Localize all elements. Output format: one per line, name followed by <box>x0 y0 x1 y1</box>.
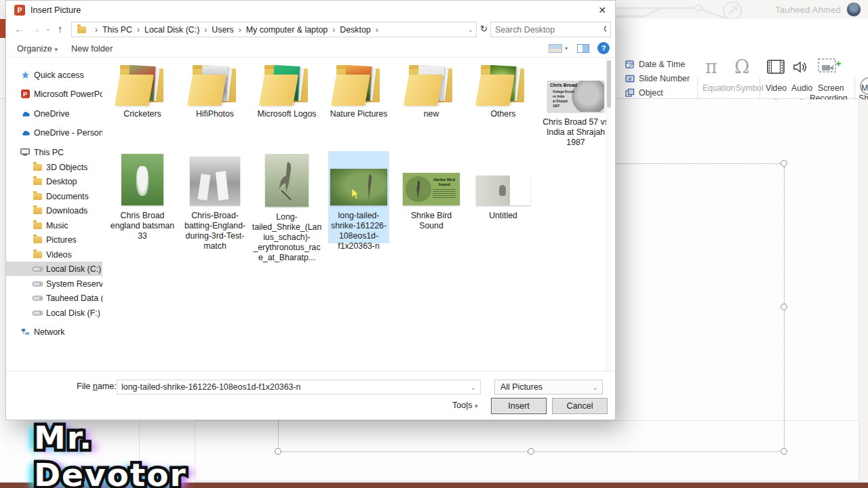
sidebar-label: Network <box>34 327 64 337</box>
powerpoint-icon: P <box>20 89 31 98</box>
sidebar-item-music[interactable]: Music <box>6 218 102 232</box>
video-icon[interactable] <box>767 60 785 75</box>
sidebar-item-downloads[interactable]: Downloads <box>6 203 102 218</box>
sidebar-item-this-pc[interactable]: This PC <box>6 145 102 159</box>
folder-item-cricketers[interactable]: Cricketers <box>107 64 178 119</box>
recent-locations-chevron-icon[interactable]: ⌄ <box>45 25 51 32</box>
folder-item-nature-pictures[interactable]: Nature Pictures <box>323 64 394 119</box>
dialog-titlebar[interactable]: P Insert Picture ✕ <box>6 1 615 20</box>
sidebar-item-3d-objects[interactable]: 3D Objects <box>6 160 102 174</box>
file-item-chris-broad-batsman[interactable]: Chris Broad england batsman 33 <box>107 154 178 241</box>
slide-right-edge <box>859 100 868 483</box>
slide-number-button[interactable]: # Slide Number <box>625 74 690 83</box>
bird-silhouette <box>363 173 376 203</box>
cancel-button[interactable]: Cancel <box>552 398 608 414</box>
up-button[interactable]: ↑ <box>58 23 63 35</box>
address-bar[interactable]: › This PC › Local Disk (C:) › Users › My… <box>71 22 477 37</box>
bird-silhouette <box>275 159 299 203</box>
folder-item-microsoft-logos[interactable]: Microsoft Logos <box>252 64 322 119</box>
resize-handle-bottom-middle[interactable] <box>528 448 534 455</box>
sidebar-item-local-disk-f[interactable]: Local Disk (F:) <box>6 306 102 320</box>
audio-label[interactable]: Audio <box>791 83 812 93</box>
sidebar-item-local-disk-c[interactable]: Local Disk (C:) <box>6 262 102 276</box>
scrollbar-thumb[interactable] <box>607 60 611 108</box>
sidebar-item-onedrive[interactable]: OneDrive <box>6 106 102 121</box>
sidebar-item-videos[interactable]: Videos <box>6 247 102 262</box>
file-item-shrike-bird-sound[interactable]: Shrike Bird Sound Shrike Bird Sound <box>396 154 467 231</box>
view-mode-chevron-icon[interactable]: ▾ <box>565 45 568 52</box>
symbol-icon[interactable]: Ω <box>734 56 749 77</box>
file-item-chris-broad-57[interactable]: Chris Broad Vintage Knock vs India at Sh… <box>540 81 611 148</box>
file-type-select[interactable]: All Pictures ⌄ <box>494 380 603 394</box>
date-time-button[interactable]: Date & Time <box>625 60 685 69</box>
star-icon <box>20 70 31 79</box>
breadcrumb-separator: › <box>328 25 340 35</box>
breadcrumb-desktop[interactable]: Desktop <box>340 25 370 35</box>
resize-handle-middle-right[interactable] <box>781 304 787 310</box>
equation-label[interactable]: Equation <box>703 83 735 93</box>
preview-pane-icon[interactable] <box>577 44 589 53</box>
file-item-chris-broad-batting[interactable]: Chris-Broad-batting-England-during-3rd-T… <box>180 154 250 251</box>
sidebar-label: OneDrive - Personal <box>34 128 102 138</box>
sidebar-label: 3D Objects <box>46 163 87 172</box>
computer-icon <box>20 148 31 156</box>
avatar[interactable] <box>846 2 861 17</box>
search-box[interactable] <box>490 22 611 37</box>
sidebar-item-network[interactable]: Network <box>6 325 102 339</box>
address-dropdown-chevron-icon[interactable]: ⌄ <box>468 26 473 33</box>
folder-item-hifiphotos[interactable]: HifiPhotos <box>180 64 250 119</box>
forward-button[interactable]: → <box>31 23 41 35</box>
tools-button[interactable]: Tools ▾ <box>452 401 477 410</box>
sidebar-item-pictures[interactable]: Pictures <box>6 232 102 247</box>
help-button[interactable]: ? <box>597 42 610 54</box>
file-label: Long-tailed_Shrike_(Lanius_schach)-_eryt… <box>252 212 322 263</box>
object-button[interactable]: Object <box>625 88 663 98</box>
resize-handle-bottom-left[interactable] <box>275 448 281 455</box>
folder-item-others[interactable]: Others <box>468 64 538 119</box>
back-button[interactable]: ← <box>14 23 24 35</box>
audio-icon[interactable] <box>793 60 808 75</box>
dialog-toolbar: Organize ▾ New folder ▾ ? <box>6 39 615 58</box>
insert-button[interactable]: Insert <box>491 398 547 414</box>
file-name-input[interactable] <box>117 382 471 392</box>
breadcrumb-users[interactable]: Users <box>212 25 233 35</box>
folder-item-new[interactable]: new <box>396 64 467 119</box>
organize-button[interactable]: Organize ▾ <box>17 43 58 54</box>
video-label[interactable]: Video <box>766 83 787 93</box>
breadcrumb-my-computer[interactable]: My computer & laptop <box>246 25 328 35</box>
new-folder-button[interactable]: New folder <box>71 43 113 54</box>
sidebar-label: Documents <box>46 192 89 201</box>
file-item-long-tailed-shrike-wiki[interactable]: Long-tailed_Shrike_(Lanius_schach)-_eryt… <box>252 154 322 263</box>
sidebar-item-system-reserved-d[interactable]: System Reserved (D: <box>6 277 102 291</box>
refresh-button[interactable]: ↻ <box>480 24 488 34</box>
powerpoint-icon: P <box>14 5 25 16</box>
screen-recording-label-1[interactable]: Screen <box>818 83 844 93</box>
file-name-combobox[interactable]: ⌄ <box>117 380 481 394</box>
breadcrumb-local-disk-c[interactable]: Local Disk (C:) <box>144 25 199 35</box>
sidebar-item-tauheed-data-e[interactable]: Tauheed Data (E:) <box>6 291 102 305</box>
file-item-untitled[interactable]: Untitled <box>468 154 538 221</box>
file-label: Untitled <box>468 211 538 221</box>
equation-icon[interactable]: π <box>705 56 717 77</box>
file-name-chevron-icon[interactable]: ⌄ <box>471 384 480 391</box>
sidebar-item-onedrive-personal[interactable]: OneDrive - Personal <box>6 125 102 140</box>
file-item-long-tailed-shrike-selected[interactable]: long-tailed-shrike-161226-108eos1d-f1x20… <box>323 154 394 251</box>
resize-handle-top-right[interactable] <box>781 160 787 167</box>
sidebar-item-quick-access[interactable]: Quick access <box>6 68 102 82</box>
bird-silhouette <box>499 185 506 196</box>
sidebar-item-desktop[interactable]: Desktop <box>6 174 102 188</box>
view-mode-icon[interactable] <box>549 44 562 53</box>
sidebar-label: Local Disk (F:) <box>46 308 100 318</box>
breadcrumb-this-pc[interactable]: This PC <box>102 25 132 35</box>
screen-recording-icon[interactable] <box>818 58 842 76</box>
folder-icon <box>117 64 167 105</box>
thumb-text: 1987 <box>553 104 559 108</box>
resize-handle-bottom-right[interactable] <box>781 448 787 455</box>
sidebar-item-documents[interactable]: Documents <box>6 189 102 203</box>
search-input[interactable] <box>495 25 604 35</box>
close-button[interactable]: ✕ <box>592 3 612 18</box>
sidebar-item-microsoft-powerpoint[interactable]: PMicrosoft PowerPoint <box>6 87 102 101</box>
placeholder-border-left[interactable] <box>278 420 279 449</box>
file-label: Chris Broad 57 vs India at Shrajah 1987 <box>540 117 611 148</box>
folder-icon <box>32 222 43 229</box>
